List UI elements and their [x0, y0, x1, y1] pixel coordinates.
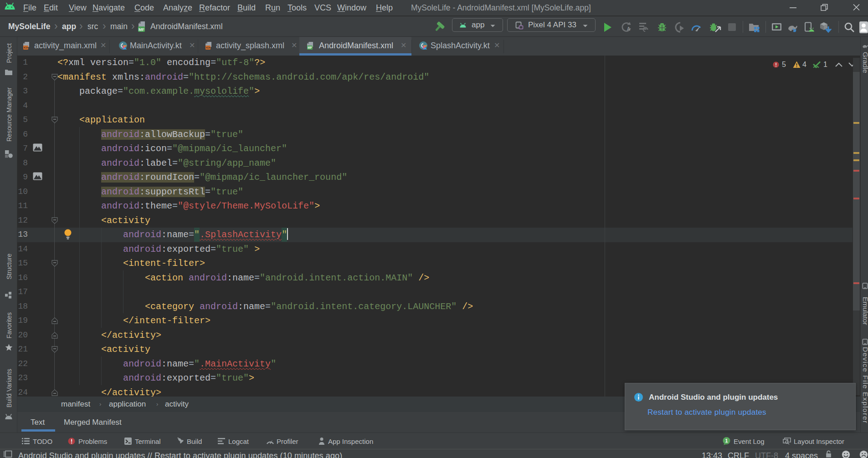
svg-text:MF: MF	[308, 46, 313, 49]
svg-text:<>: <>	[24, 46, 28, 50]
svg-text:<>: <>	[206, 46, 211, 50]
svg-text:A: A	[627, 26, 630, 31]
svg-text:1: 1	[725, 438, 728, 443]
svg-text:MF: MF	[139, 27, 144, 32]
